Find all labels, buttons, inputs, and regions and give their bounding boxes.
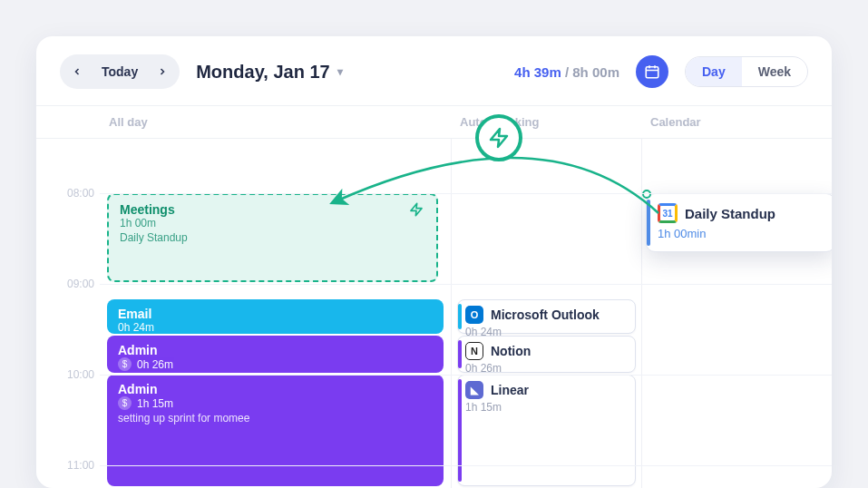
currency-icon: $ <box>118 396 132 410</box>
calendar-track[interactable]: 31 Daily Standup 1h 00min <box>641 139 832 488</box>
linear-icon: ◣ <box>465 381 483 399</box>
app-card: Today Monday, Jan 17 ▾ 4h 39m / 8h 00m D… <box>36 36 832 488</box>
block-title: Admin <box>118 382 433 396</box>
block-title: Email <box>118 307 433 321</box>
calendar-event-standup[interactable]: 31 Daily Standup 1h 00min <box>646 193 832 252</box>
time-active: 4h 39m <box>514 64 561 80</box>
chevron-right-icon <box>157 66 168 77</box>
block-title: Meetings <box>120 202 425 217</box>
app-name: Notion <box>491 344 531 358</box>
time-block-meetings[interactable]: Meetings 1h 00m Daily Standup <box>107 193 438 282</box>
header: Today Monday, Jan 17 ▾ 4h 39m / 8h 00m D… <box>36 36 832 105</box>
auto-tracking-card-linear[interactable]: ◣ Linear 1h 15m <box>457 375 636 486</box>
column-auto-label: Auto-Tracking <box>451 115 641 129</box>
svg-marker-4 <box>411 203 422 215</box>
hour-label: 10:00 <box>36 368 94 381</box>
block-note: Daily Standup <box>120 231 425 244</box>
calendar-icon <box>644 63 660 80</box>
time-block-admin[interactable]: Admin $1h 15m setting up sprint for mome… <box>107 375 444 486</box>
event-title: Daily Standup <box>685 206 775 221</box>
accent-bar <box>647 200 650 246</box>
block-note: setting up sprint for momee <box>118 412 433 425</box>
auto-tracking-card-notion[interactable]: N Notion 0h 26m <box>457 336 636 373</box>
date-nav-group: Today <box>60 54 180 89</box>
hour-label: 11:00 <box>36 459 94 472</box>
today-button[interactable]: Today <box>91 58 149 85</box>
time-total: 8h 00m <box>572 64 619 80</box>
time-block-email[interactable]: Email 0h 24m <box>107 299 444 334</box>
event-duration: 1h 00min <box>658 227 824 240</box>
block-duration: $0h 26m <box>118 357 433 371</box>
notion-icon: N <box>465 342 483 360</box>
time-block-admin[interactable]: Admin $0h 26m <box>107 336 444 373</box>
accent-bar <box>458 340 462 368</box>
calendar-icon-button[interactable] <box>636 55 668 88</box>
calendar-grid: 08:0009:0010:0011:00 Meetings 1h 00m Dai… <box>36 139 832 488</box>
auto-tracking-card-outlook[interactable]: O Microsoft Outlook 0h 24m <box>457 299 636 334</box>
chevron-left-icon <box>72 66 83 77</box>
card-duration: 0h 26m <box>465 362 628 375</box>
currency-icon: $ <box>118 357 132 371</box>
main-track[interactable]: Meetings 1h 00m Daily Standup Email 0h 2… <box>100 139 451 488</box>
block-duration: $1h 15m <box>118 396 433 410</box>
prev-day-button[interactable] <box>63 58 91 85</box>
block-duration: 0h 24m <box>118 321 433 334</box>
column-allday-label: All day <box>100 115 451 129</box>
sync-dot <box>642 190 651 199</box>
app-name: Microsoft Outlook <box>491 307 600 322</box>
date-title[interactable]: Monday, Jan 17 ▾ <box>196 62 342 83</box>
column-headers: All day Auto-Tracking Calendar <box>36 105 832 139</box>
caret-down-icon: ▾ <box>337 65 343 78</box>
google-calendar-icon: 31 <box>658 203 678 223</box>
range-day-option[interactable]: Day <box>686 57 742 86</box>
svg-rect-0 <box>646 67 658 78</box>
range-week-option[interactable]: Week <box>742 57 807 86</box>
next-day-button[interactable] <box>149 58 176 85</box>
column-calendar-label: Calendar <box>641 115 832 129</box>
card-duration: 1h 15m <box>465 401 628 414</box>
app-name: Linear <box>491 383 529 397</box>
range-toggle: Day Week <box>685 56 808 87</box>
time-summary: 4h 39m / 8h 00m <box>514 64 619 80</box>
auto-tracking-track[interactable]: O Microsoft Outlook 0h 24m N Notion 0h 2… <box>451 139 641 488</box>
bolt-icon <box>409 202 424 217</box>
block-duration: 1h 00m <box>120 217 425 229</box>
accent-bar <box>458 304 462 329</box>
outlook-icon: O <box>465 306 483 324</box>
date-title-text: Monday, Jan 17 <box>196 62 329 83</box>
block-title: Admin <box>118 343 433 357</box>
hour-label: 09:00 <box>36 278 94 290</box>
time-gutter: 08:0009:0010:0011:00 <box>36 139 100 488</box>
accent-bar <box>458 379 462 482</box>
hour-label: 08:00 <box>36 187 94 200</box>
